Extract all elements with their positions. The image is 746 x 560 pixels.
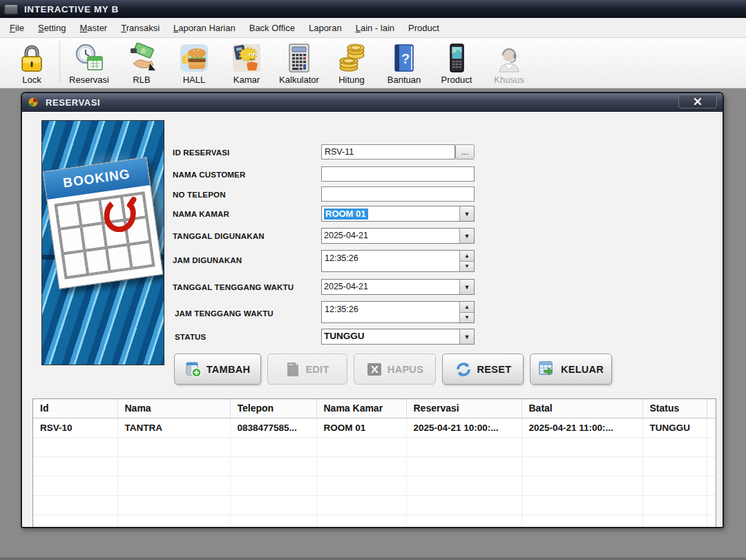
toolbar-rlb[interactable]: RLB: [115, 38, 168, 86]
menu-setting[interactable]: Setting: [31, 19, 73, 37]
refresh-icon: [455, 360, 472, 378]
table-row[interactable]: RSV-10 TANTRA 0838477585... ROOM 01 2025…: [33, 418, 716, 437]
help-book-icon: ?: [389, 42, 419, 74]
col-batal[interactable]: Batal: [522, 399, 642, 418]
menu-back-office[interactable]: Back Office: [242, 19, 302, 37]
no-telepon-label: NO TELEPON: [173, 191, 226, 199]
col-telepon[interactable]: Telepon: [230, 399, 316, 418]
table-row-empty: [33, 476, 716, 495]
dialog-icon: [28, 97, 39, 108]
money-hand-icon: [126, 42, 157, 74]
toolbar-reservasi[interactable]: Reservasi: [63, 38, 115, 86]
nama-kamar-combobox[interactable]: ROOM 01 ▼: [321, 206, 475, 222]
delete-icon: [366, 361, 383, 378]
toolbar-hitung[interactable]: Hitung: [325, 38, 378, 86]
tanggal-tenggang-dropdown-arrow[interactable]: ▼: [459, 280, 474, 294]
reservasi-dialog: RESERVASI BOOKING ID RESERVASI NAMA CUST…: [21, 92, 724, 528]
spin-down-icon[interactable]: ▼: [460, 262, 474, 272]
app-icon: [4, 4, 18, 15]
add-icon: [185, 361, 202, 378]
col-nama[interactable]: Nama: [117, 399, 230, 418]
reset-button[interactable]: RESET: [442, 354, 524, 385]
menu-lain-lain[interactable]: Lain - lain: [349, 19, 401, 37]
menu-laporan[interactable]: Laporan: [302, 19, 349, 37]
svg-text:?: ?: [401, 51, 410, 66]
toolbar-lock[interactable]: Lock: [6, 38, 58, 86]
lock-icon: [17, 42, 46, 74]
calculator-icon: [284, 42, 314, 74]
menu-transaksi[interactable]: Transaksi: [114, 19, 166, 37]
spin-up-icon[interactable]: ▲: [460, 251, 474, 262]
tanggal-digunakan-dropdown-arrow[interactable]: ▼: [459, 229, 474, 243]
nama-kamar-label: NAMA KAMAR: [173, 210, 229, 218]
no-telepon-input[interactable]: [321, 186, 475, 202]
toolbar-bantuan[interactable]: ? Bantuan: [378, 38, 430, 86]
toolbar-kalkulator[interactable]: Kalkulator: [273, 38, 325, 86]
jam-tenggang-label: JAM TENGGANG WAKTU: [175, 309, 274, 318]
table-row-empty: [33, 495, 716, 514]
coins-icon: [336, 42, 367, 74]
tanggal-digunakan-label: TANGGAL DIGUNAKAN: [173, 232, 265, 240]
burger-icon: [179, 42, 209, 74]
spin-up-icon[interactable]: ▲: [460, 302, 474, 313]
table-header-row: Id Nama Telepon Nama Kamar Reservasi Bat…: [33, 399, 716, 418]
chevron-down-icon: ▼: [464, 211, 470, 218]
tanggal-tenggang-combobox[interactable]: 2025-04-21 ▼: [321, 279, 475, 295]
tanggal-digunakan-value: 2025-04-21: [322, 229, 459, 243]
menu-laporan-harian[interactable]: Laporan Harian: [166, 19, 242, 37]
jam-digunakan-value: 12:35:26: [322, 251, 459, 271]
jam-tenggang-spinner[interactable]: 12:35:26 ▲▼: [321, 301, 475, 323]
tanggal-digunakan-combobox[interactable]: 2025-04-21 ▼: [321, 228, 475, 244]
jam-digunakan-spinner[interactable]: 12:35:26 ▲▼: [321, 250, 475, 272]
exit-icon: [538, 360, 556, 378]
status-label: STATUS: [175, 333, 207, 341]
status-combobox[interactable]: TUNGGU ▼: [321, 329, 475, 345]
tanggal-tenggang-value: 2025-04-21: [322, 280, 459, 294]
nama-kamar-dropdown-arrow[interactable]: ▼: [459, 206, 474, 221]
menu-product[interactable]: Product: [401, 19, 446, 37]
browse-button[interactable]: ...: [455, 144, 475, 160]
jam-digunakan-label: JAM DIGUNAKAN: [173, 256, 242, 264]
main-titlebar: INTERACTIVE MY B: [0, 0, 746, 18]
table-row-empty: [33, 437, 716, 456]
id-reservasi-label: ID RESERVASI: [173, 148, 230, 157]
tambah-button[interactable]: TAMBAH: [174, 354, 261, 385]
menu-file[interactable]: File: [3, 19, 31, 37]
status-value: TUNGGU: [322, 329, 459, 344]
id-reservasi-input[interactable]: [321, 144, 455, 160]
col-nama-kamar[interactable]: Nama Kamar: [316, 399, 406, 418]
reservations-table: Id Nama Telepon Nama Kamar Reservasi Bat…: [32, 398, 716, 528]
cartoon-character-icon: [231, 42, 262, 74]
status-dropdown-arrow[interactable]: ▼: [459, 329, 474, 344]
toolbar-separator: [59, 41, 60, 82]
toolbar-product[interactable]: Product: [430, 38, 483, 86]
workspace: RESERVASI BOOKING ID RESERVASI NAMA CUST…: [0, 88, 746, 560]
col-id[interactable]: Id: [33, 399, 117, 418]
menubar: File Setting Master Transaksi Laporan Ha…: [0, 18, 746, 38]
phone-icon: [441, 42, 472, 74]
close-button[interactable]: [678, 95, 717, 108]
chevron-down-icon: ▼: [464, 284, 470, 291]
person-headset-icon: [494, 42, 524, 74]
spin-down-icon[interactable]: ▼: [460, 313, 474, 323]
toolbar: Lock Reservasi RLB HALL Kamar Kalkulator: [0, 38, 746, 88]
table-row-empty: [33, 514, 716, 528]
edit-button[interactable]: EDIT: [267, 354, 347, 385]
booking-calendar: BOOKING: [43, 157, 163, 289]
toolbar-khusus[interactable]: Khusus: [483, 38, 535, 86]
hapus-button[interactable]: HAPUS: [354, 354, 436, 385]
booking-image: BOOKING: [41, 120, 164, 365]
menu-master[interactable]: Master: [73, 19, 114, 37]
dialog-titlebar: RESERVASI: [22, 93, 723, 112]
toolbar-hall[interactable]: HALL: [168, 38, 220, 86]
nama-customer-input[interactable]: [321, 166, 475, 182]
col-reservasi[interactable]: Reservasi: [406, 399, 522, 418]
edit-icon: [285, 361, 300, 378]
toolbar-kamar[interactable]: Kamar: [220, 38, 273, 86]
keluar-button[interactable]: KELUAR: [530, 354, 612, 385]
table-row-empty: [33, 456, 716, 476]
jam-tenggang-value: 12:35:26: [322, 302, 459, 322]
col-status[interactable]: Status: [642, 399, 707, 418]
dialog-title: RESERVASI: [46, 97, 678, 108]
tanggal-tenggang-label: TANGGAL TENGGANG WAKTU: [173, 283, 294, 291]
